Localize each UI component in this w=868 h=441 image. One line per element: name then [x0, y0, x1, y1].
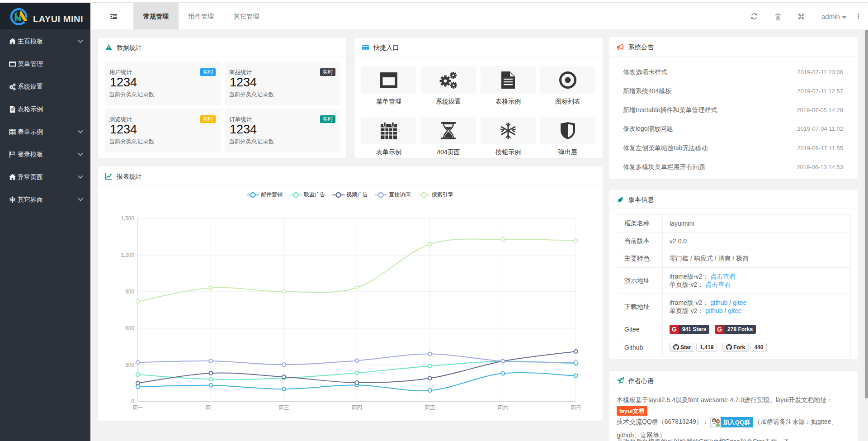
svg-text:1,500: 1,500: [121, 215, 134, 222]
svg-text:0: 0: [131, 398, 134, 404]
svg-text:周一: 周一: [132, 404, 143, 411]
svg-text:周日: 周日: [571, 404, 581, 411]
svg-text:周二: 周二: [205, 404, 216, 411]
svg-text:300: 300: [125, 362, 134, 368]
svg-text:周三: 周三: [278, 404, 289, 411]
svg-text:周六: 周六: [497, 404, 508, 411]
svg-text:周四: 周四: [351, 404, 362, 411]
svg-text:900: 900: [125, 289, 134, 295]
svg-text:600: 600: [125, 325, 134, 332]
svg-text:周五: 周五: [425, 404, 435, 411]
svg-text:1,200: 1,200: [121, 252, 134, 258]
